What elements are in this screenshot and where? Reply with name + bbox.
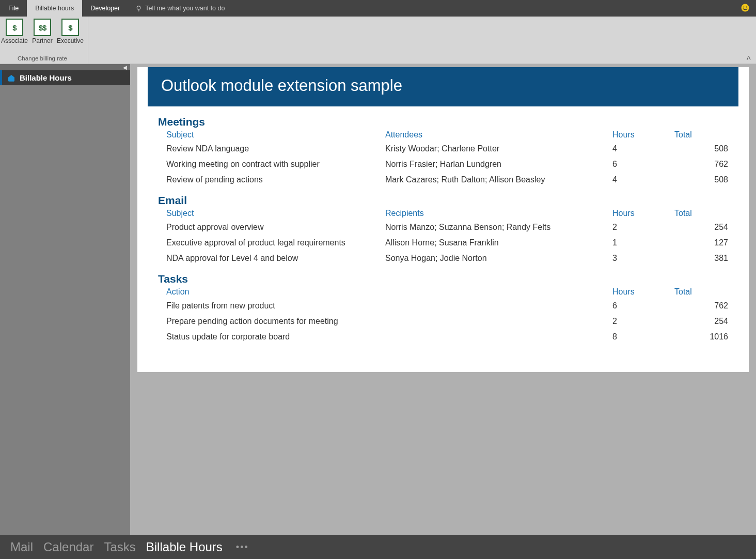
col-hours: Hours: [612, 286, 674, 299]
svg-point-0: [137, 6, 140, 9]
cell: 1016: [674, 330, 728, 345]
nav-calendar[interactable]: Calendar: [43, 540, 93, 554]
table-row: Product approval overviewNorris Manzo; S…: [158, 220, 728, 236]
tell-me-search[interactable]: Tell me what you want to do: [135, 5, 225, 12]
tab-developer[interactable]: Developer: [82, 0, 128, 17]
cell: 2: [612, 220, 674, 236]
cell: 1: [612, 236, 674, 251]
cell: 254: [674, 314, 728, 330]
dollar-icon: $: [6, 19, 23, 36]
dollar-icon: $: [61, 19, 79, 36]
section-meetings: Meetings Subject Attendees Hours Total R…: [137, 116, 749, 194]
ribbon-btn-label: Partner: [32, 37, 52, 44]
cell: [385, 330, 612, 345]
cell: 2: [612, 314, 674, 330]
ribbon-btn-label: Associate: [1, 37, 28, 44]
table-row: Review NDA languageKristy Woodar; Charle…: [158, 142, 728, 157]
ribbon-group-label: Change billing rate: [18, 55, 67, 61]
cell: 4: [612, 142, 674, 157]
col-attendees: Attendees: [385, 129, 612, 142]
cell: [385, 314, 612, 330]
table-row: Status update for corporate board81016: [158, 330, 728, 345]
feedback-smiley-icon[interactable]: [741, 3, 750, 12]
cell: 508: [674, 173, 728, 188]
dollar-icon: $$: [34, 19, 51, 36]
cell: 381: [674, 251, 728, 267]
section-email: Email Subject Recipients Hours Total Pro…: [137, 194, 749, 273]
content-area: Outlook module extension sample Meetings…: [130, 64, 756, 535]
meetings-table: Subject Attendees Hours Total Review NDA…: [158, 129, 728, 188]
sidebar-collapse-button[interactable]: ◀: [0, 64, 130, 70]
svg-point-1: [742, 4, 749, 12]
cell: 254: [674, 220, 728, 236]
cell: 6: [612, 157, 674, 173]
cell: 762: [674, 299, 728, 314]
cell: Working meeting on contract with supplie…: [158, 157, 385, 173]
cell: Prepare pending action documents for mee…: [158, 314, 385, 330]
cell: Mark Cazares; Ruth Dalton; Allison Beasl…: [385, 173, 612, 188]
cell: 508: [674, 142, 728, 157]
tasks-table: Action Hours Total File patents from new…: [158, 286, 728, 345]
sidebar: ◀ Billable Hours: [0, 64, 130, 535]
cell: NDA approval for Level 4 and below: [158, 251, 385, 267]
cell: Kristy Woodar; Charlene Potter: [385, 142, 612, 157]
cell: Status update for corporate board: [158, 330, 385, 345]
cell: 762: [674, 157, 728, 173]
section-title: Email: [158, 194, 728, 207]
nav-mail[interactable]: Mail: [10, 540, 33, 554]
cell: Norris Manzo; Suzanna Benson; Randy Felt…: [385, 220, 612, 236]
cell: Executive approval of product legal requ…: [158, 236, 385, 251]
svg-point-3: [746, 6, 747, 7]
cell: File patents from new product: [158, 299, 385, 314]
table-row: Prepare pending action documents for mee…: [158, 314, 728, 330]
cell: 8: [612, 330, 674, 345]
col-blank: [385, 286, 612, 299]
cell: 4: [612, 173, 674, 188]
col-action: Action: [158, 286, 385, 299]
sidebar-item-billable-hours[interactable]: Billable Hours: [0, 70, 130, 85]
cell: Review of pending actions: [158, 173, 385, 188]
module-icon: [7, 74, 15, 82]
cell: Sonya Hogan; Jodie Norton: [385, 251, 612, 267]
cell: 127: [674, 236, 728, 251]
col-total: Total: [674, 129, 728, 142]
ribbon-btn-executive[interactable]: $Executive: [58, 19, 83, 44]
nav-more-icon[interactable]: •••: [236, 542, 249, 553]
ribbon-btn-associate[interactable]: $Associate: [2, 19, 27, 44]
tell-me-placeholder: Tell me what you want to do: [145, 5, 225, 12]
table-row: Executive approval of product legal requ…: [158, 236, 728, 251]
col-hours: Hours: [612, 129, 674, 142]
module-switcher: Mail Calendar Tasks Billable Hours •••: [0, 535, 756, 559]
ribbon-group-billing-rate: $Associate$$Partner$Executive Change bil…: [0, 17, 88, 64]
nav-tasks[interactable]: Tasks: [104, 540, 135, 554]
cell: 6: [612, 299, 674, 314]
sidebar-item-label: Billable Hours: [20, 73, 72, 82]
table-row: Working meeting on contract with supplie…: [158, 157, 728, 173]
col-total: Total: [674, 286, 728, 299]
cell: Norris Frasier; Harlan Lundgren: [385, 157, 612, 173]
table-row: File patents from new product6762: [158, 299, 728, 314]
col-recipients: Recipients: [385, 208, 612, 220]
email-table: Subject Recipients Hours Total Product a…: [158, 208, 728, 267]
svg-point-2: [743, 6, 744, 7]
cell: [385, 299, 612, 314]
ribbon-btn-partner[interactable]: $$Partner: [30, 19, 55, 44]
ribbon: $Associate$$Partner$Executive Change bil…: [0, 17, 756, 64]
lightbulb-icon: [135, 5, 142, 12]
ribbon-collapse-icon[interactable]: ᐱ: [747, 55, 751, 61]
nav-billable-hours[interactable]: Billable Hours: [146, 540, 223, 554]
cell: Allison Horne; Susana Franklin: [385, 236, 612, 251]
cell: 3: [612, 251, 674, 267]
cell: Product approval overview: [158, 220, 385, 236]
table-row: Review of pending actionsMark Cazares; R…: [158, 173, 728, 188]
ribbon-btn-label: Executive: [57, 37, 84, 44]
tab-billable-hours[interactable]: Billable hours: [27, 0, 82, 17]
table-row: NDA approval for Level 4 and belowSonya …: [158, 251, 728, 267]
section-title: Tasks: [158, 273, 728, 285]
section-title: Meetings: [158, 116, 728, 128]
col-hours: Hours: [612, 208, 674, 220]
tab-file[interactable]: File: [0, 0, 27, 17]
section-tasks: Tasks Action Hours Total File patents fr…: [137, 273, 749, 351]
cell: Review NDA language: [158, 142, 385, 157]
col-subject: Subject: [158, 208, 385, 220]
